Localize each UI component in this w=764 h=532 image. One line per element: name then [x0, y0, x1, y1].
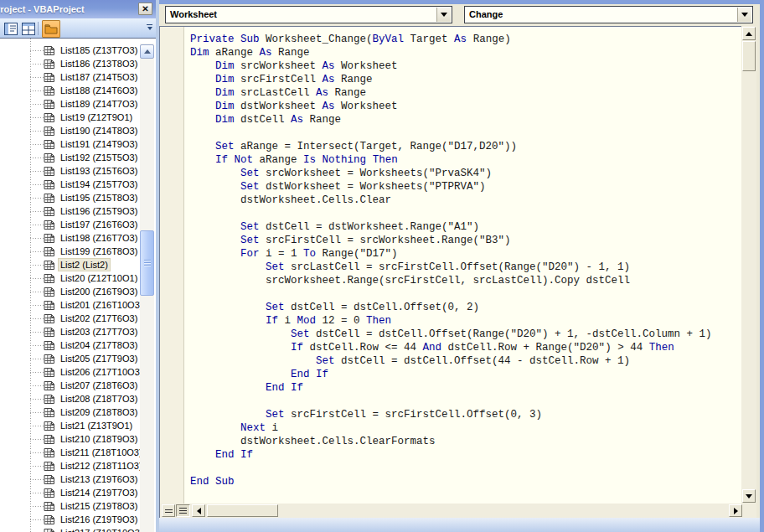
tree-item[interactable]: List208 (Z18T7O3) [0, 392, 156, 405]
tree-item[interactable]: List212 (Z18T11O3) [0, 459, 156, 473]
code-line: Set srcWorksheet = Worksheets("PrvaSK4") [190, 167, 712, 180]
tree-item[interactable]: List2 (List2) [0, 258, 156, 271]
tree-item[interactable]: List217 (Z19T10O3) [0, 526, 156, 532]
tree-item[interactable]: List207 (Z18T6O3) [0, 379, 156, 392]
tree-item[interactable]: List202 (Z17T6O3) [0, 312, 156, 325]
tree-connector-line [30, 198, 44, 199]
tree-connector-line [30, 412, 44, 413]
worksheet-icon [44, 527, 55, 532]
code-scroll-right-button[interactable] [729, 504, 742, 517]
code-text[interactable]: Private Sub Worksheet_Change(ByVal Targe… [190, 33, 712, 488]
tree-item[interactable]: List189 (Z14T7O3) [0, 97, 156, 111]
tree-item[interactable]: List188 (Z14T6O3) [0, 84, 156, 97]
toolbar-overflow-button[interactable] [145, 23, 154, 34]
tree-connector-line [30, 519, 44, 520]
tree-item[interactable]: List187 (Z14T5O3) [0, 70, 156, 84]
worksheet-icon [44, 353, 55, 365]
object-dropdown[interactable]: Worksheet [165, 6, 452, 23]
tree-item[interactable]: List206 (Z17T10O3) [0, 365, 156, 379]
worksheet-icon [44, 205, 55, 218]
view-code-button[interactable] [3, 20, 19, 37]
tree-connector-line [30, 265, 44, 266]
view-object-button[interactable] [20, 20, 37, 37]
tree-item-label: List204 (Z17T8O3) [59, 339, 139, 351]
code-scroll-down-button[interactable] [742, 489, 756, 503]
procedure-view-button[interactable] [162, 504, 175, 517]
tree-item[interactable]: List214 (Z19T7O3) [0, 486, 156, 499]
tree-scrollbar[interactable] [140, 44, 154, 532]
tree-item[interactable]: List186 (Z13T8O3) [0, 57, 156, 70]
tree-scroll-up-button[interactable] [140, 44, 154, 59]
tree-connector-line [30, 399, 44, 400]
tree-item[interactable]: List198 (Z16T7O3) [0, 231, 156, 245]
tree-item[interactable]: List209 (Z18T8O3) [0, 405, 156, 419]
tree-item[interactable]: List199 (Z16T8O3) [0, 245, 156, 258]
code-line: End If [190, 381, 712, 395]
full-module-view-button[interactable] [176, 504, 190, 517]
code-vertical-scrollbar-thumb[interactable] [742, 41, 756, 71]
worksheet-icon [44, 380, 55, 392]
project-explorer-titlebar[interactable]: Project - VBAProject ✕ [0, 0, 156, 18]
tree-item[interactable]: List193 (Z15T6O3) [0, 164, 156, 178]
tree-item[interactable]: List21 (Z13T9O1) [0, 419, 156, 432]
tree-item[interactable]: List190 (Z14T8O3) [0, 124, 156, 137]
tree-connector-line [30, 131, 44, 132]
tree-item[interactable]: List194 (Z15T7O3) [0, 178, 156, 191]
tree-item[interactable]: List20 (Z12T10O1) [0, 271, 156, 285]
tree-item[interactable]: List195 (Z15T8O3) [0, 191, 156, 204]
tree-connector-line [30, 171, 44, 172]
tree-item[interactable]: List19 (Z12T9O1) [0, 111, 156, 124]
tree-connector-line [30, 372, 44, 373]
breakpoint-margin[interactable] [160, 27, 184, 504]
code-editor[interactable]: Private Sub Worksheet_Change(ByVal Targe… [159, 26, 741, 504]
scroll-up-icon [144, 49, 151, 54]
tree-item[interactable]: List191 (Z14T9O3) [0, 137, 156, 151]
code-vertical-scrollbar[interactable] [741, 26, 756, 504]
procedure-dropdown-button[interactable] [737, 8, 751, 22]
tree-connector-line [30, 359, 44, 359]
tree-item-label: List209 (Z18T8O3) [59, 406, 139, 418]
tree-item[interactable]: List197 (Z16T6O3) [0, 218, 156, 231]
code-line: Dim srcWorksheet As Worksheet [190, 59, 712, 73]
worksheet-icon [44, 165, 55, 178]
code-line: Set dstWorksheet = Worksheets("PTPRVA") [190, 180, 712, 194]
tree-item[interactable]: List201 (Z16T10O3) [0, 298, 156, 312]
project-tree[interactable]: List185 (Z13T7O3) List186 (Z13T8O3) List… [0, 39, 156, 532]
code-line: Set srcFirstCell = srcFirstCell.Offset(0… [190, 408, 712, 421]
tree-item[interactable]: List211 (Z18T10O3) [0, 446, 156, 459]
procedure-dropdown[interactable]: Change [464, 6, 753, 23]
tree-item-label: List185 (Z13T7O3) [59, 44, 139, 56]
code-line [190, 395, 712, 408]
tree-item[interactable]: List213 (Z19T6O3) [0, 473, 156, 486]
code-line: Dim dstWorksheet As Worksheet [190, 100, 712, 113]
tree-item[interactable]: List210 (Z18T9O3) [0, 432, 156, 446]
tree-item[interactable]: List216 (Z19T9O3) [0, 513, 156, 526]
tree-item[interactable]: List192 (Z15T5O3) [0, 151, 156, 164]
tree-item[interactable]: List200 (Z16T9O3) [0, 285, 156, 298]
worksheet-icon [44, 138, 55, 151]
code-horizontal-scrollbar[interactable] [159, 504, 756, 518]
worksheet-icon [44, 312, 55, 325]
tree-item[interactable]: List203 (Z17T7O3) [0, 325, 156, 338]
toggle-folders-button[interactable] [42, 20, 60, 38]
tree-item-label: List213 (Z19T6O3) [59, 473, 139, 485]
tree-item-label: List193 (Z15T6O3) [59, 165, 139, 177]
tree-connector-line [30, 332, 44, 333]
tree-connector-line [30, 211, 44, 212]
code-line: dstWorksheet.Cells.ClearFormats [190, 435, 712, 448]
code-scroll-left-button[interactable] [192, 504, 205, 517]
tree-item[interactable]: List185 (Z13T7O3) [0, 44, 156, 57]
tree-scrollbar-thumb[interactable] [140, 230, 154, 296]
code-scroll-up-button[interactable] [742, 27, 756, 40]
tree-item[interactable]: List205 (Z17T9O3) [0, 352, 156, 365]
tree-item[interactable]: List196 (Z15T9O3) [0, 204, 156, 218]
tree-connector-line [30, 50, 44, 51]
worksheet-icon [44, 71, 55, 84]
close-button[interactable]: ✕ [138, 3, 152, 15]
code-horizontal-scrollbar-thumb[interactable] [207, 504, 278, 517]
tree-item[interactable]: List215 (Z19T8O3) [0, 499, 156, 513]
tree-item[interactable]: List204 (Z17T8O3) [0, 338, 156, 352]
project-explorer-title: Project - VBAProject [0, 0, 85, 18]
worksheet-icon [44, 98, 55, 111]
object-dropdown-button[interactable] [436, 8, 451, 22]
